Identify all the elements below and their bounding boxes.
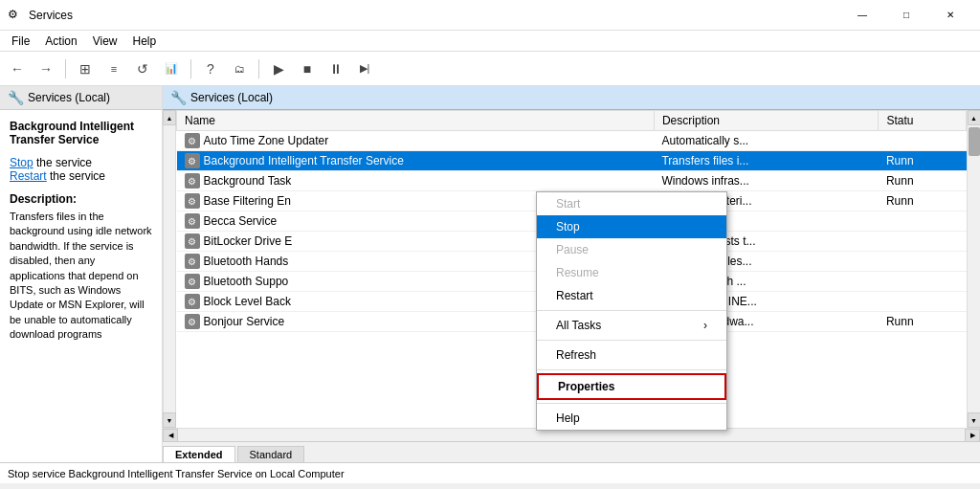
ctx-restart[interactable]: Restart bbox=[537, 284, 726, 307]
context-menu: Start Stop Pause Resume Restart All Task… bbox=[536, 191, 727, 431]
restart-service-link[interactable]: Restart bbox=[10, 169, 47, 183]
right-panel-icon: 🔧 bbox=[170, 90, 187, 105]
right-panel-title: Services (Local) bbox=[190, 91, 273, 104]
service-description: Transfers files in the background using … bbox=[10, 210, 152, 343]
right-scrollbar: ▲ ▼ bbox=[967, 110, 980, 428]
menu-file[interactable]: File bbox=[4, 31, 37, 51]
ctx-start[interactable]: Start bbox=[537, 192, 726, 215]
view-list-button[interactable]: ≡ bbox=[100, 56, 127, 82]
service-icon bbox=[185, 213, 200, 229]
menu-action[interactable]: Action bbox=[37, 31, 84, 51]
title-bar: ⚙ Services — □ ✕ bbox=[0, 0, 980, 31]
col-status[interactable]: Statu bbox=[879, 111, 967, 131]
show-console-button[interactable]: ⊞ bbox=[72, 56, 99, 82]
service-status-cell: Runn bbox=[879, 312, 967, 332]
service-name-text: Background Intelligent Transfer Service bbox=[204, 154, 404, 167]
stop-service-link[interactable]: Stop bbox=[10, 156, 33, 169]
vscroll-down[interactable]: ▼ bbox=[968, 412, 981, 428]
ctx-sep-1 bbox=[537, 310, 726, 311]
service-status-cell bbox=[879, 272, 967, 292]
service-status-cell bbox=[879, 131, 967, 151]
vscroll-thumb[interactable] bbox=[969, 127, 980, 156]
service-status-cell: Runn bbox=[879, 171, 967, 191]
tab-extended[interactable]: Extended bbox=[163, 446, 235, 462]
minimize-button[interactable]: — bbox=[840, 0, 884, 31]
hscroll-track bbox=[178, 431, 965, 440]
restart-link-container: Restart the service bbox=[10, 169, 152, 183]
service-name: Background Intelligent Transfer Service bbox=[10, 120, 152, 146]
forward-button[interactable]: → bbox=[33, 56, 59, 82]
service-icon bbox=[185, 294, 200, 309]
service-desc-cell: Automatically s... bbox=[654, 131, 879, 151]
ctx-help[interactable]: Help bbox=[537, 407, 726, 430]
service-icon bbox=[185, 233, 200, 249]
maximize-button[interactable]: □ bbox=[884, 0, 928, 31]
export-button[interactable]: 📊 bbox=[158, 56, 185, 82]
menu-help[interactable]: Help bbox=[125, 31, 165, 51]
col-name[interactable]: Name bbox=[177, 111, 655, 131]
stop-link-suffix: the service bbox=[33, 156, 92, 169]
service-status-cell: Runn bbox=[879, 151, 967, 171]
left-panel-title: Services (Local) bbox=[28, 91, 110, 104]
toolbar-sep-1 bbox=[65, 59, 66, 78]
ctx-properties[interactable]: Properties bbox=[537, 373, 726, 400]
status-text: Stop service Background Intelligent Tran… bbox=[8, 468, 345, 479]
ctx-stop[interactable]: Stop bbox=[537, 215, 726, 238]
service-icon bbox=[185, 173, 200, 189]
service-status-cell: Runn bbox=[879, 191, 967, 211]
scroll-up-btn[interactable]: ▲ bbox=[163, 110, 176, 125]
service-name-cell: Background Task bbox=[177, 171, 655, 191]
pause-service-button[interactable]: ⏸ bbox=[323, 56, 349, 82]
new-window-button[interactable]: 🗂 bbox=[226, 56, 253, 82]
service-name-text: Bluetooth Suppo bbox=[204, 275, 289, 288]
toolbar: ← → ⊞ ≡ ↺ 📊 ? 🗂 ▶ ■ ⏸ ▶| bbox=[0, 52, 980, 86]
hscroll-right[interactable]: ▶ bbox=[965, 429, 980, 442]
back-button[interactable]: ← bbox=[4, 56, 31, 82]
service-status-cell bbox=[879, 252, 967, 272]
table-header-row: Name Description Statu bbox=[177, 111, 967, 131]
service-name-text: Bluetooth Hands bbox=[204, 255, 289, 268]
service-desc-cell: Windows infras... bbox=[654, 171, 879, 191]
service-icon bbox=[185, 153, 200, 168]
restart-link-suffix: the service bbox=[47, 169, 105, 183]
service-status-cell bbox=[879, 292, 967, 312]
status-bar: Stop service Background Intelligent Tran… bbox=[0, 462, 980, 483]
service-name-text: Background Task bbox=[204, 174, 292, 188]
left-panel: 🔧 Services (Local) Background Intelligen… bbox=[0, 86, 163, 462]
table-row[interactable]: Background TaskWindows infras...Runn bbox=[177, 171, 967, 191]
stop-link-container: Stop the service bbox=[10, 156, 152, 169]
close-button[interactable]: ✕ bbox=[928, 0, 972, 31]
right-panel-header: 🔧 Services (Local) bbox=[163, 86, 980, 110]
table-row[interactable]: Background Intelligent Transfer ServiceT… bbox=[177, 151, 967, 171]
ctx-pause[interactable]: Pause bbox=[537, 238, 726, 261]
service-icon bbox=[185, 314, 200, 329]
help-button[interactable]: ? bbox=[197, 56, 224, 82]
toolbar-sep-2 bbox=[190, 59, 191, 78]
restart-service-button[interactable]: ▶| bbox=[351, 56, 378, 82]
title-bar-controls: — □ ✕ bbox=[840, 0, 972, 31]
right-panel: 🔧 Services (Local) ▲ ▼ Name Description … bbox=[163, 86, 980, 462]
service-icon bbox=[185, 274, 200, 289]
service-icon bbox=[185, 254, 200, 269]
window-title: Services bbox=[29, 9, 840, 22]
hscroll-left[interactable]: ◀ bbox=[163, 429, 178, 442]
ctx-resume[interactable]: Resume bbox=[537, 261, 726, 284]
col-desc[interactable]: Description bbox=[654, 111, 879, 131]
start-service-button[interactable]: ▶ bbox=[265, 56, 292, 82]
app-icon: ⚙ bbox=[8, 8, 23, 23]
ctx-refresh[interactable]: Refresh bbox=[537, 344, 726, 367]
menu-view[interactable]: View bbox=[85, 31, 125, 51]
tab-standard[interactable]: Standard bbox=[237, 446, 305, 462]
service-name-cell: Background Intelligent Transfer Service bbox=[177, 151, 655, 171]
vscroll-up[interactable]: ▲ bbox=[968, 110, 981, 125]
table-row[interactable]: Auto Time Zone UpdaterAutomatically s... bbox=[177, 131, 967, 151]
ctx-all-tasks[interactable]: All Tasks › bbox=[537, 314, 726, 337]
service-name-text: Becca Service bbox=[204, 214, 278, 228]
scroll-down-btn[interactable]: ▼ bbox=[163, 412, 176, 428]
service-name-text: Base Filtering En bbox=[204, 194, 291, 208]
ctx-sep-2 bbox=[537, 340, 726, 341]
service-desc-cell: Transfers files i... bbox=[654, 151, 879, 171]
refresh-button[interactable]: ↺ bbox=[129, 56, 156, 82]
stop-service-button[interactable]: ■ bbox=[294, 56, 321, 82]
tab-bar: Extended Standard bbox=[163, 441, 980, 462]
